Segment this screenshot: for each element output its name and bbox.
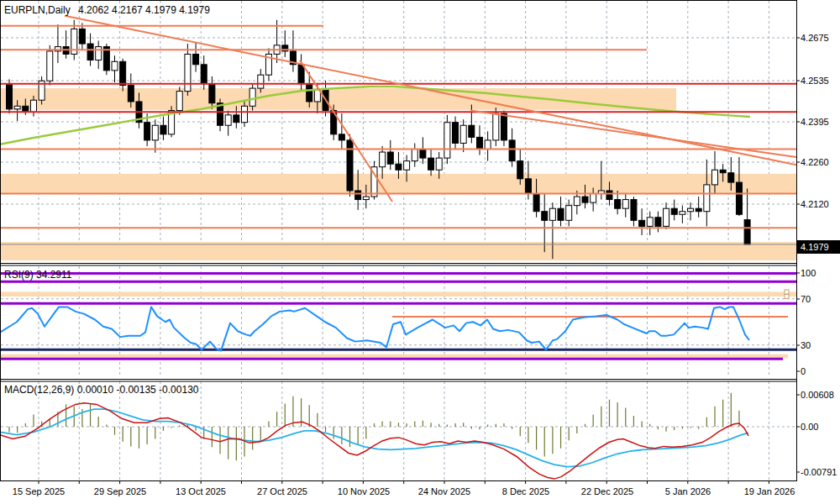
candle-body <box>428 158 434 170</box>
candle-body <box>582 197 588 202</box>
macd-axis-label: -0.00791 <box>801 467 837 477</box>
candle-body <box>566 206 572 221</box>
candle-body <box>622 200 628 209</box>
macd-axis-label: 0.00 <box>801 422 818 432</box>
price-axis-label: 4.2120 <box>801 199 829 209</box>
candle-body <box>193 54 199 64</box>
rsi-axis-label: 0 <box>801 366 806 376</box>
bid-price-badge: 4.1979 <box>797 240 840 254</box>
candle-body <box>615 200 621 209</box>
candle-body <box>404 161 410 171</box>
candle-body <box>533 194 539 212</box>
candle-body <box>493 113 499 140</box>
candle-body <box>436 158 442 170</box>
candle-body <box>728 173 734 182</box>
candle-body <box>79 29 85 44</box>
candle-body <box>469 125 475 137</box>
candle-body <box>241 106 247 122</box>
price-axis-label: 4.2675 <box>801 33 829 43</box>
candle-body <box>47 51 53 81</box>
candle-body <box>14 106 20 109</box>
candle-body <box>96 47 102 60</box>
rsi-zone <box>0 292 796 297</box>
rsi-axis-label: 30 <box>801 340 811 350</box>
candle-body <box>639 220 645 226</box>
candle-body <box>128 86 134 102</box>
selection-handle <box>785 290 789 294</box>
selection-handle <box>785 295 789 299</box>
rsi-line <box>0 307 749 350</box>
candle-body <box>509 140 515 161</box>
candle-body <box>7 84 13 109</box>
price-axis-label: 4.2395 <box>801 117 829 127</box>
candle-body <box>574 197 580 206</box>
candle-body <box>476 137 482 149</box>
candle-body <box>258 75 264 88</box>
macd-signal-line <box>0 409 748 467</box>
candle-body <box>176 92 182 111</box>
candle-body <box>298 65 304 84</box>
candle-body <box>87 44 93 60</box>
candle-body <box>152 125 158 140</box>
candle-body <box>485 140 491 150</box>
time-axis-label: 8 Dec 2025 <box>502 486 549 496</box>
time-axis-label: 13 Oct 2025 <box>176 486 226 496</box>
candle-body <box>517 161 523 179</box>
candle-body <box>647 218 653 227</box>
candle-body <box>744 220 750 244</box>
candle-body <box>680 212 685 215</box>
candle-body <box>453 123 459 144</box>
candle-body <box>704 185 710 212</box>
rsi-axis-label: 100 <box>801 268 816 278</box>
price-axis-label: 4.2535 <box>801 76 829 86</box>
candle-body <box>225 115 231 125</box>
candle-body <box>144 123 150 140</box>
candle-body <box>460 125 466 143</box>
candle-body <box>671 208 677 214</box>
candle-body <box>185 54 191 91</box>
support-resistance-zone <box>0 88 676 110</box>
candle-body <box>501 113 507 140</box>
ohlc-readout: 4.2062 4.2167 4.1979 4.1979 <box>78 4 210 16</box>
time-axis-label: 24 Nov 2025 <box>418 486 470 496</box>
candle-body <box>711 170 717 185</box>
candle-body <box>688 208 694 212</box>
candle-body <box>347 140 353 191</box>
trading-chart-window: EURPLN,Daily 4.2062 4.2167 4.1979 4.1979… <box>0 0 840 504</box>
time-axis-label: 29 Sep 2025 <box>94 486 146 496</box>
candle-body <box>249 88 255 106</box>
candle-body <box>307 84 312 102</box>
candle-body <box>525 179 531 194</box>
macd-main-line <box>0 403 748 479</box>
time-axis-label: 22 Dec 2025 <box>581 486 633 496</box>
candle-body <box>549 208 555 220</box>
time-axis-label: 19 Jan 2026 <box>744 486 795 496</box>
candle-body <box>234 115 239 123</box>
candle-body <box>542 212 548 221</box>
symbol-period-label: EURPLN,Daily <box>4 4 71 16</box>
candle-body <box>420 150 426 159</box>
candle-body <box>120 61 126 85</box>
candle-body <box>30 100 36 112</box>
candle-body <box>655 218 661 227</box>
candle-body <box>720 170 726 173</box>
candle-body <box>380 152 386 167</box>
price-axis-label: 4.2260 <box>801 157 829 167</box>
time-axis-label: 5 Jan 2026 <box>665 486 711 496</box>
candle-body <box>112 61 118 71</box>
candle-body <box>209 84 215 103</box>
chart-canvas[interactable] <box>0 0 840 504</box>
candle-body <box>631 200 637 221</box>
rsi-indicator-label: RSI(9) 34.2911 <box>4 269 72 281</box>
candle-body <box>23 106 29 112</box>
candle-body <box>396 164 402 170</box>
candle-body <box>339 134 344 140</box>
candle-body <box>201 65 207 84</box>
candle-body <box>664 208 669 226</box>
candle-body <box>736 182 742 214</box>
candle-body <box>696 208 701 212</box>
candle-body <box>363 197 369 200</box>
candle-body <box>412 150 417 161</box>
candle-body <box>355 191 361 200</box>
rsi-axis-label: 70 <box>801 294 811 304</box>
